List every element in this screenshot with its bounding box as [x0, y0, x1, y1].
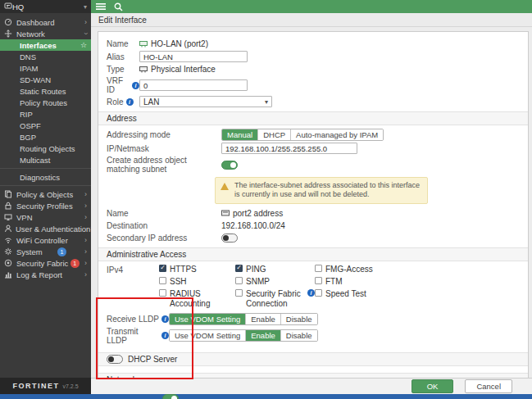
- checkbox-fmg-access[interactable]: [315, 265, 322, 272]
- dashboard-icon: [4, 18, 13, 26]
- receive-lldp-vdom[interactable]: Use VDOM Setting: [170, 314, 246, 324]
- user-icon: [4, 224, 12, 233]
- sidebar-item-wifi-controller[interactable]: WiFi Controller ›: [0, 234, 91, 246]
- chevron-right-icon: ›: [84, 190, 87, 198]
- sidebar-item-ipam[interactable]: IPAM: [0, 62, 91, 74]
- name-label: Name: [107, 39, 139, 48]
- create-address-object-label: Create address object matching subnet: [107, 156, 221, 174]
- receive-lldp-label: Receive LLDP: [107, 315, 159, 324]
- dropdown-caret-icon: ▾: [265, 98, 268, 106]
- cancel-button[interactable]: Cancel: [465, 379, 512, 393]
- info-icon: i: [161, 332, 169, 339]
- sidebar-item-interfaces[interactable]: Interfaces ☆: [0, 39, 91, 51]
- breadcrumb: Edit Interface: [91, 13, 532, 27]
- sidebar-divider: [0, 168, 91, 169]
- address-object-icon: [221, 210, 230, 216]
- sidebar-item-log-report[interactable]: Log & Report ›: [0, 269, 91, 280]
- sidebar-item-multicast[interactable]: Multicast: [0, 154, 91, 165]
- role-select[interactable]: LAN ▾: [139, 96, 272, 107]
- sidebar-item-policy-objects[interactable]: Policy & Objects ›: [0, 188, 91, 200]
- transmit-lldp-disable[interactable]: Disable: [281, 330, 317, 341]
- sidebar-item-network[interactable]: Network ›: [0, 28, 91, 39]
- sidebar-item-bgp[interactable]: BGP: [0, 131, 91, 143]
- transmit-lldp-vdom[interactable]: Use VDOM Setting: [170, 330, 246, 341]
- vdom-selector[interactable]: HQ ▾: [0, 0, 91, 13]
- checkbox-ssh[interactable]: [159, 277, 166, 284]
- address-name-label: Name: [107, 209, 221, 218]
- addressing-mode-segmented: Manual DHCP Auto-managed by IPAM: [221, 129, 384, 141]
- section-header-address: Address: [98, 111, 528, 125]
- sidebar-item-dns[interactable]: DNS: [0, 51, 91, 62]
- sidebar-item-security-fabric[interactable]: Security Fabric 1 ›: [0, 257, 91, 269]
- chevron-down-icon: ›: [82, 33, 90, 35]
- sidebar-item-policy-routes[interactable]: Policy Routes: [0, 97, 91, 108]
- sidebar-item-rip[interactable]: RIP: [0, 108, 91, 120]
- sidebar-item-sd-wan[interactable]: SD-WAN: [0, 74, 91, 85]
- checkbox-https[interactable]: ✓: [159, 265, 166, 272]
- addressing-mode-manual[interactable]: Manual: [222, 129, 258, 140]
- info-icon: i: [161, 315, 169, 323]
- sidebar-item-dashboard[interactable]: Dashboard ›: [0, 16, 91, 28]
- receive-lldp-enable[interactable]: Enable: [246, 314, 281, 324]
- policy-objects-icon: [4, 190, 13, 198]
- info-icon: i: [132, 82, 139, 89]
- sidebar-item-routing-objects[interactable]: Routing Objects: [0, 143, 91, 154]
- sidebar-item-security-profiles[interactable]: Security Profiles ›: [0, 200, 91, 211]
- search-icon[interactable]: [114, 2, 123, 11]
- checkbox-snmp[interactable]: [235, 277, 243, 284]
- destination-value: 192.168.100.0/24: [221, 221, 285, 230]
- firmware-version: v7.2.5: [62, 383, 78, 389]
- page-title: Edit Interface: [98, 16, 147, 25]
- checkbox-security-fabric-connection[interactable]: [235, 289, 243, 297]
- security-fabric-alert-badge: 1: [70, 259, 80, 268]
- sidebar-item-vpn[interactable]: VPN ›: [0, 211, 91, 223]
- checkbox-ping[interactable]: ✓: [235, 265, 243, 272]
- physical-interface-icon: [139, 66, 148, 73]
- transmit-lldp-enable[interactable]: Enable: [246, 330, 281, 341]
- chevron-right-icon: ›: [84, 259, 87, 267]
- alias-label: Alias: [107, 52, 139, 61]
- content-area: Edit Interface Name HO-LAN (port2): [91, 0, 532, 394]
- dhcp-server-toggle[interactable]: [107, 355, 123, 364]
- sidebar-item-diagnostics[interactable]: Diagnostics: [0, 171, 91, 183]
- secondary-ip-toggle[interactable]: [221, 234, 238, 243]
- sidebar-menu: Dashboard › Network › Interfaces ☆ DNS I…: [0, 13, 91, 378]
- addressing-mode-ipam[interactable]: Auto-managed by IPAM: [291, 129, 383, 140]
- interface-icon: [139, 41, 148, 48]
- secondary-ip-label: Secondary IP address: [107, 234, 221, 243]
- info-icon: i: [126, 98, 134, 106]
- checkbox-speed-test[interactable]: [315, 289, 322, 297]
- sidebar-item-user-authentication[interactable]: User & Authentication ›: [0, 223, 91, 234]
- section-header-admin-access: Administrative Access: [98, 247, 528, 261]
- alias-input[interactable]: [139, 51, 248, 62]
- gear-icon: [4, 247, 13, 256]
- favorite-star-icon[interactable]: ☆: [80, 41, 87, 49]
- sidebar-item-ospf[interactable]: OSPF: [0, 120, 91, 131]
- checkbox-radius-accounting[interactable]: [159, 289, 166, 297]
- sidebar-item-static-routes[interactable]: Static Routes: [0, 85, 91, 97]
- checkbox-ftm[interactable]: [315, 277, 322, 284]
- system-notification-badge: 1: [57, 247, 66, 256]
- ip-netmask-input[interactable]: [221, 143, 357, 154]
- addressing-mode-dhcp[interactable]: DHCP: [258, 129, 291, 140]
- security-fabric-icon: [4, 259, 13, 267]
- chevron-right-icon: ›: [84, 236, 87, 244]
- receive-lldp-disable[interactable]: Disable: [281, 314, 317, 324]
- network-icon: [4, 29, 13, 38]
- vrf-id-input[interactable]: [139, 79, 248, 91]
- lock-icon: [4, 202, 13, 210]
- sidebar-item-system[interactable]: System 1 ›: [0, 246, 91, 257]
- subnet-warning: The interface-subnet address associated …: [215, 177, 428, 204]
- dhcp-server-section: DHCP Server: [98, 352, 528, 366]
- destination-label: Destination: [107, 221, 221, 230]
- transmit-lldp-segmented: Use VDOM Setting Enable Disable: [169, 329, 318, 342]
- addressing-mode-label: Addressing mode: [107, 130, 221, 139]
- create-address-object-toggle[interactable]: [221, 161, 238, 170]
- menu-icon[interactable]: [96, 2, 106, 11]
- sidebar-divider: [0, 185, 91, 186]
- device-detection-toggle[interactable]: [162, 394, 179, 399]
- ok-button[interactable]: OK: [412, 379, 454, 393]
- chevron-right-icon: ›: [84, 247, 87, 256]
- wifi-icon: [4, 236, 13, 244]
- ip-netmask-label: IP/Netmask: [107, 144, 221, 153]
